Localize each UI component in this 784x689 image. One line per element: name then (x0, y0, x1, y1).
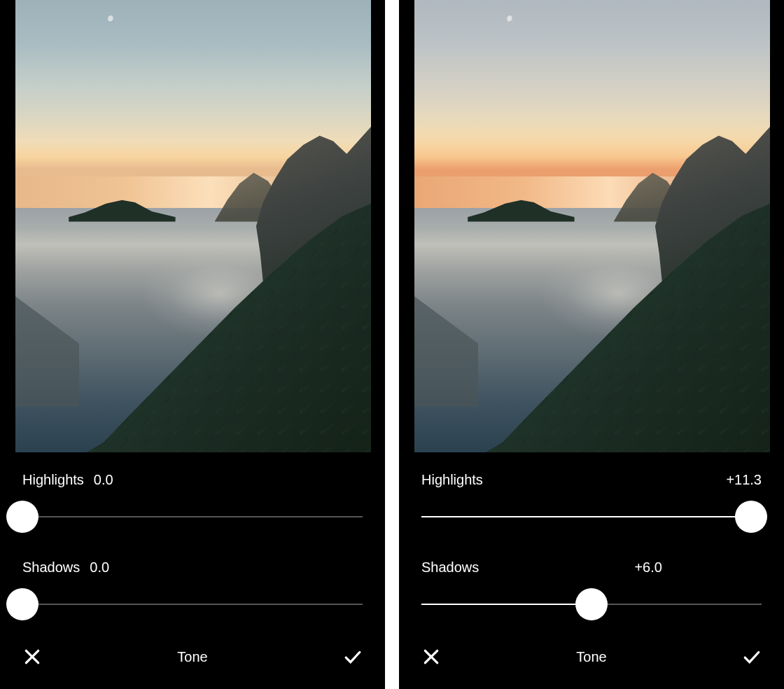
highlights-label: Highlights (421, 472, 483, 488)
shadows-slider[interactable] (22, 588, 363, 620)
slider-fill (421, 604, 592, 605)
tone-controls: Highlights 0.0 Shadows 0.0 (0, 452, 385, 647)
slider-thumb[interactable] (6, 501, 38, 533)
shadows-label: Shadows (22, 559, 80, 576)
highlights-label: Highlights (22, 472, 84, 488)
shadows-value: +6.0 (578, 559, 662, 576)
slider-thumb[interactable] (6, 588, 38, 620)
panel-title: Tone (576, 649, 606, 665)
highlights-control: Highlights 0.0 (22, 472, 363, 533)
slider-track (22, 516, 363, 517)
confirm-button[interactable] (343, 647, 363, 667)
slider-track (22, 604, 363, 605)
close-icon (422, 648, 440, 666)
shadows-label: Shadows (421, 559, 479, 576)
highlights-label-row: Highlights 0.0 (22, 472, 363, 488)
editor-panel-right: Highlights +11.3 Shadows +6.0 (399, 0, 784, 689)
highlights-value: +11.3 (726, 472, 762, 488)
highlights-value: 0.0 (94, 472, 113, 488)
highlights-control: Highlights +11.3 (421, 472, 762, 533)
slider-fill (421, 516, 751, 517)
close-button[interactable] (421, 647, 441, 667)
shadows-value: 0.0 (90, 559, 109, 576)
shadows-label-row: Shadows 0.0 (22, 559, 363, 576)
highlights-label-row: Highlights +11.3 (421, 472, 762, 488)
shadows-label-row: Shadows +6.0 (421, 559, 762, 576)
image-preview (414, 0, 770, 452)
highlights-slider[interactable] (421, 501, 762, 533)
close-icon (23, 648, 41, 666)
slider-thumb[interactable] (575, 588, 608, 620)
shadows-slider[interactable] (421, 588, 762, 620)
editor-panel-left: Highlights 0.0 Shadows 0.0 To (0, 0, 385, 689)
slider-thumb[interactable] (735, 501, 767, 533)
highlights-slider[interactable] (22, 501, 363, 533)
panel-title: Tone (177, 649, 207, 665)
image-preview (15, 0, 371, 452)
check-icon (743, 648, 761, 666)
tone-controls: Highlights +11.3 Shadows +6.0 (399, 452, 784, 647)
shadows-control: Shadows +6.0 (421, 559, 762, 620)
shadows-control: Shadows 0.0 (22, 559, 363, 620)
confirm-button[interactable] (742, 647, 762, 667)
bottom-bar: Tone (0, 647, 385, 689)
bottom-bar: Tone (399, 647, 784, 689)
check-icon (344, 648, 362, 666)
close-button[interactable] (22, 647, 42, 667)
